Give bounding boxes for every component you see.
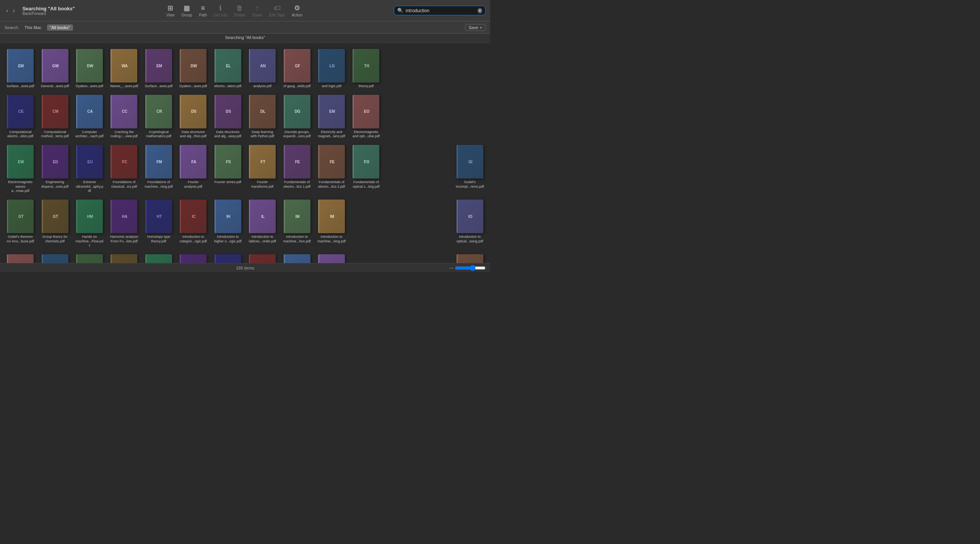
list-item[interactable]: EMSurface...aves.pdf [5, 47, 36, 90]
status-bar: 185 items — [0, 263, 490, 272]
list-item[interactable]: FMFoundations of machine...ning.pdf [143, 143, 174, 195]
list-item[interactable]: LNLinear and nonlinea...tion.pdf [177, 253, 209, 263]
all-books-scope[interactable]: "All books" [47, 24, 73, 31]
action-button[interactable]: ⚙ Action [292, 4, 302, 17]
search-clear-button[interactable]: ✕ [478, 8, 482, 13]
share-button[interactable]: ↑ Share [252, 4, 262, 17]
list-item[interactable]: HAHarmonic analysis From Fo...lets.pdf [108, 198, 140, 250]
list-item[interactable]: LGand logic.pdf [316, 47, 347, 90]
list-item[interactable]: DLDeep learning with Python.pdf [247, 93, 278, 140]
list-item[interactable]: EMSurface...aves.pdf [143, 47, 174, 90]
list-item[interactable]: EOElectromagnetic and opti...ulse.pdf [350, 93, 382, 140]
list-item[interactable]: CAComputer architec...oach.pdf [74, 93, 105, 140]
list-item[interactable] [350, 253, 382, 263]
list-item[interactable] [419, 93, 451, 140]
list-item[interactable]: LTLattice theory foundation.pdf [108, 253, 140, 263]
list-item[interactable]: DGDiscrete groups, expandi...ures.pdf [281, 93, 312, 140]
list-item[interactable]: LSLogic and structure.pdf [247, 253, 278, 263]
list-item[interactable]: WAWaves_...aves.pdf [108, 47, 140, 90]
book-cover: EO [353, 95, 379, 128]
book-title: theory.pdf [359, 84, 374, 89]
list-item[interactable]: HTHomotopy type theory.pdf [143, 198, 174, 250]
list-item[interactable] [454, 47, 486, 90]
book-title: Foundations of classical...ics.pdf [110, 180, 138, 189]
list-item[interactable]: DWDyakon...aves.pdf [74, 47, 105, 90]
list-item[interactable]: ITIntroduction to the theo...tion.pdf [5, 253, 36, 263]
list-item[interactable] [419, 198, 451, 250]
list-item[interactable]: IOIntroduction to optical...ssing.pdf [454, 198, 486, 250]
list-item[interactable]: IMIntroduction to machine...hon.pdf [281, 198, 312, 250]
list-item[interactable]: GWGeneral...aves.pdf [39, 47, 70, 90]
list-item[interactable]: FEFundamentals of electro...tics 1.pdf [281, 143, 312, 195]
list-item[interactable]: EUExtreme ultraviolol...aphy.pdf [74, 143, 105, 195]
back-button[interactable]: ‹ [5, 6, 10, 15]
list-item[interactable] [454, 93, 486, 140]
view-button[interactable]: ⊞ View [166, 4, 175, 17]
path-button[interactable]: ≡ Path [199, 4, 207, 17]
get-info-button[interactable]: ℹ Get Info [214, 4, 228, 17]
list-item[interactable]: FCFoundations of classical...ics.pdf [108, 143, 140, 195]
list-item[interactable]: HMHands on machine...Flow.pdf [74, 198, 105, 250]
list-item[interactable]: FSFourier series.pdf [212, 143, 244, 195]
this-mac-button[interactable]: This Mac [22, 24, 44, 31]
list-item[interactable] [350, 198, 382, 250]
list-item[interactable]: MLMachine learning A Bayesi...nce.pdf [281, 253, 312, 263]
list-item[interactable]: GTGödel's theorem An inco...buse.pdf [5, 198, 36, 250]
list-item[interactable] [419, 47, 451, 90]
list-item[interactable]: IAInverse acoustic and ele...heory.pdf [74, 253, 105, 263]
book-cover: HA [111, 200, 137, 233]
list-item[interactable] [385, 47, 416, 90]
list-item[interactable]: LCLearn to code by solving...rimer.pdf [143, 253, 174, 263]
book-cover: LS [249, 254, 276, 263]
zoom-slider[interactable]: — [450, 265, 486, 271]
edit-tags-button[interactable]: 🏷 Edit Tags [269, 4, 285, 17]
list-item[interactable] [385, 93, 416, 140]
list-item[interactable]: FOFundamentals of optical c...ting.pdf [350, 143, 382, 195]
search-box[interactable]: 🔍 ✕ [394, 6, 486, 15]
list-item[interactable]: DSData structures and alg...thon.pdf [177, 93, 209, 140]
list-item[interactable]: ANanalysis.pdf [247, 47, 278, 90]
list-item[interactable]: EDEngineering dispersi...ures.pdf [39, 143, 70, 195]
book-title: Introduction to categori...ogic.pdf [179, 235, 207, 244]
list-item[interactable]: GTGroup theory for chemists.pdf [39, 198, 70, 250]
list-item[interactable]: EWElectromagnetic waves a...nnas.pdf [5, 143, 36, 195]
list-item[interactable]: CRCryptological mathematics.pdf [143, 93, 174, 140]
list-item[interactable]: GIGodel's incompl...rems.pdf [454, 143, 486, 195]
list-item[interactable]: CEComputational electro...etics.pdf [5, 93, 36, 140]
list-item[interactable]: FTFourier transforms.pdf [247, 143, 278, 195]
book-cover: LT [111, 254, 137, 263]
list-item[interactable]: ILIntroduction to lattices...order.pdf [247, 198, 278, 250]
list-item[interactable] [385, 253, 416, 263]
save-button[interactable]: Save + [465, 24, 486, 31]
list-item[interactable]: FEFundamentals of electro...tics 2.pdf [316, 143, 347, 195]
list-item[interactable]: LNLinear and nonlinea...ves.pdf [212, 253, 244, 263]
book-cover: EM [7, 49, 34, 83]
list-item[interactable]: ICIntroduction to categori...ogic.pdf [177, 198, 209, 250]
book-cover: FM [145, 145, 172, 179]
list-item[interactable]: EMElectricity and magneti...ians.pdf [316, 93, 347, 140]
list-item[interactable] [385, 198, 416, 250]
delete-button[interactable]: 🗑 Delete [234, 4, 245, 17]
list-item[interactable]: THtheory.pdf [350, 47, 382, 90]
list-item[interactable] [419, 253, 451, 263]
list-item[interactable]: MMMath methods [454, 253, 486, 263]
list-item[interactable]: ELelectro...iation.pdf [212, 47, 244, 90]
list-item[interactable]: DSData structures and alg...easy.pdf [212, 93, 244, 140]
forward-button[interactable]: › [11, 6, 16, 15]
list-item[interactable]: CCCracking the coding i...view.pdf [108, 93, 140, 140]
zoom-range-input[interactable] [455, 265, 486, 271]
grid-container[interactable]: EMSurface...aves.pdfGWGeneral...aves.pdf… [0, 43, 490, 263]
list-item[interactable]: MFMathematical foundati...eory.pdf [316, 253, 347, 263]
list-item[interactable]: FAFourier analysis.pdf [177, 143, 209, 195]
list-item[interactable]: CMComputational method...tems.pdf [39, 93, 70, 140]
group-button[interactable]: ▦ Group [182, 4, 192, 17]
list-item[interactable]: IHIntroduction to higher o...ogic.pdf [212, 198, 244, 250]
list-item[interactable]: IMIntroduction to machine...ning.pdf [316, 198, 347, 250]
list-item[interactable] [385, 143, 416, 195]
search-input[interactable] [406, 8, 475, 13]
list-item[interactable]: GFof gaug...ields.pdf [281, 47, 312, 90]
book-grid: EMSurface...aves.pdfGWGeneral...aves.pdf… [5, 47, 486, 263]
list-item[interactable]: IMIntroductory modal logic.pdf [39, 253, 70, 263]
list-item[interactable] [419, 143, 451, 195]
list-item[interactable]: DWDyakon...aves.pdf [177, 47, 209, 90]
